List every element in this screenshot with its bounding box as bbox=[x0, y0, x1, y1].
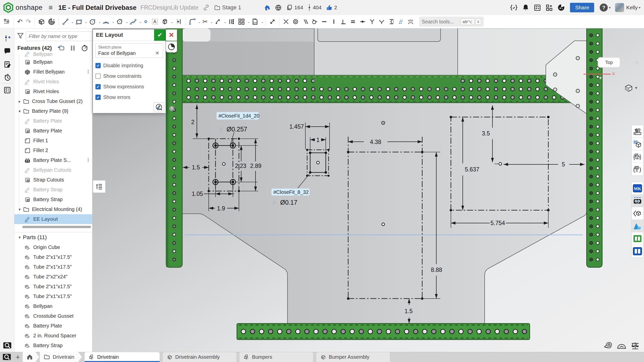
feature-row[interactable]: Fillet 1 bbox=[14, 136, 92, 146]
feature-menu-dots-icon[interactable]: ⁞ bbox=[87, 69, 89, 75]
dialog-help-icon[interactable]: ? bbox=[169, 106, 174, 111]
tab-bumper-assembly[interactable]: Bumper Assembly bbox=[316, 352, 390, 362]
versions-dots-icon[interactable] bbox=[308, 4, 311, 11]
insert-version-icon[interactable] bbox=[3, 34, 12, 43]
managed-variable-sigma-icon[interactable] bbox=[387, 16, 396, 27]
part-row[interactable]: Tube 2"x1"x17.5" bbox=[14, 292, 92, 301]
help-caret-icon[interactable]: ▾ bbox=[609, 6, 611, 10]
search-tools-input[interactable] bbox=[422, 19, 459, 25]
tab-search-icon[interactable] bbox=[2, 353, 12, 361]
home-tab[interactable] bbox=[23, 352, 39, 362]
dialog-confirm-button[interactable]: ✔ bbox=[154, 29, 166, 41]
part-row[interactable]: Battery Strap bbox=[14, 341, 92, 350]
robot-extension-icon[interactable] bbox=[632, 195, 643, 207]
help-button[interactable]: ? bbox=[600, 4, 608, 12]
top-rail-tube[interactable] bbox=[182, 75, 587, 103]
feature-folder-row[interactable]: ▾ Battery Plate (9) bbox=[14, 106, 92, 116]
use-tool-caret-icon[interactable]: ⌄ bbox=[171, 20, 173, 24]
view-rotate-up-icon[interactable]: ▲ bbox=[606, 36, 612, 42]
part-row[interactable]: Bellypan bbox=[14, 301, 92, 311]
breadcrumb-folder-tab[interactable]: Drivetrain bbox=[40, 352, 82, 362]
rectangle-tool-caret-icon[interactable]: ⌄ bbox=[85, 20, 88, 24]
linear-pattern-icon[interactable] bbox=[227, 16, 236, 27]
featurescript-code-icon[interactable] bbox=[510, 4, 518, 11]
checkbox-checked-icon[interactable]: ✔ bbox=[95, 63, 101, 68]
checkbox-row[interactable]: ✔ Show errors bbox=[95, 94, 163, 100]
search-graphics-icon[interactable] bbox=[3, 341, 12, 350]
show-hide-constraints-icon[interactable] bbox=[406, 16, 415, 27]
feature-row[interactable]: Battery Strap bbox=[14, 185, 92, 195]
mountain-extension-icon[interactable] bbox=[632, 220, 643, 232]
grid-cube-extension-icon[interactable] bbox=[632, 138, 643, 150]
transform-tool-icon[interactable] bbox=[213, 16, 223, 27]
regeneration-pie-icon[interactable] bbox=[166, 41, 177, 52]
view-cube-top[interactable]: Top bbox=[598, 57, 620, 68]
tape-measure-icon[interactable] bbox=[603, 341, 613, 351]
rollback-bar[interactable] bbox=[14, 224, 92, 230]
part-row[interactable]: Tube 2"x1"x17.5" bbox=[14, 252, 92, 262]
part-row[interactable]: Tube 2"x1"x17.5" bbox=[14, 282, 92, 292]
feature-row[interactable]: Strap Cutouts bbox=[14, 175, 92, 185]
mirror-pattern-icon[interactable] bbox=[237, 16, 246, 27]
history-icon[interactable] bbox=[3, 73, 12, 82]
dialog-cancel-button[interactable]: ✕ bbox=[166, 29, 177, 41]
part-row[interactable]: Origin Cube bbox=[14, 242, 92, 252]
feature-row[interactable]: Rivet Holes bbox=[14, 87, 92, 96]
fillet-tool-icon[interactable] bbox=[188, 16, 197, 27]
graphics-area[interactable]: 2 1.5 2.23 2.89 1.05 1.9 1 1.457 4.38 8.… bbox=[92, 28, 644, 352]
part-row[interactable]: Battery Plate bbox=[14, 321, 92, 331]
constraint-vertical-icon[interactable] bbox=[329, 16, 338, 27]
constraint-curvature-icon[interactable] bbox=[377, 16, 386, 27]
sketch-settings-icon[interactable] bbox=[2, 16, 12, 27]
feature-row[interactable]: Bellypan bbox=[14, 50, 92, 57]
checkbox-row[interactable]: Show constraints bbox=[95, 73, 163, 79]
folder-chevron-icon[interactable]: ▸ bbox=[16, 99, 23, 104]
constraint-parallel-icon[interactable] bbox=[301, 16, 310, 27]
circle-tool-icon[interactable] bbox=[88, 16, 97, 27]
feature-row[interactable]: Battery Strap bbox=[14, 195, 92, 204]
use-project-tool-icon[interactable] bbox=[160, 16, 170, 27]
part-row[interactable]: Tube 2"x2"x24" bbox=[14, 272, 92, 282]
bottom-rail-tube[interactable] bbox=[237, 323, 530, 340]
comments-icon[interactable] bbox=[3, 47, 12, 56]
tab-bumpers[interactable]: Bumpers bbox=[239, 352, 313, 362]
line-tool-icon[interactable] bbox=[61, 16, 70, 27]
parts-section-header[interactable]: ▾ Parts (11) bbox=[14, 232, 92, 242]
folder-chevron-icon[interactable]: ▾ bbox=[16, 207, 23, 212]
trim-tool-icon[interactable]: ✂ bbox=[201, 16, 209, 27]
hamburger-menu-icon[interactable]: ≡ bbox=[49, 4, 53, 12]
fillet-tool-caret-icon[interactable]: ⌄ bbox=[198, 20, 201, 24]
constraint-concentric-icon[interactable] bbox=[291, 16, 300, 27]
view-rotate-right-icon[interactable]: ▶ bbox=[635, 59, 640, 65]
green-book-extension-icon[interactable] bbox=[632, 232, 643, 245]
app-store-grid-icon[interactable] bbox=[546, 4, 553, 11]
constraint-symmetric-icon[interactable] bbox=[368, 16, 377, 27]
view-rotate-down-icon[interactable]: ▼ bbox=[598, 76, 603, 81]
undo-icon[interactable]: ↶ bbox=[16, 16, 24, 27]
spline-tool-icon[interactable] bbox=[128, 16, 138, 27]
feature-row[interactable]: Battery Plate S... ⁞ bbox=[14, 155, 92, 165]
mkcad-extension-icon[interactable]: MK bbox=[632, 182, 643, 195]
view-rotate-cw-icon[interactable]: ⤵ bbox=[619, 38, 623, 46]
clear-selection-icon[interactable]: ✕ bbox=[154, 50, 160, 56]
public-globe-icon[interactable] bbox=[275, 4, 282, 11]
view-settings-caret-icon[interactable]: ▼ bbox=[634, 86, 638, 90]
circle-tool-caret-icon[interactable]: ⌄ bbox=[98, 20, 101, 24]
import-dxf-icon[interactable]: DXF bbox=[250, 16, 260, 27]
inspect-measure-icon[interactable] bbox=[268, 16, 277, 27]
line-tool-caret-icon[interactable]: ⌄ bbox=[71, 20, 74, 24]
feature-row[interactable]: Bellypan bbox=[14, 57, 92, 67]
thumbs-up-icon[interactable] bbox=[326, 4, 333, 11]
arc-tool-caret-icon[interactable]: ⌄ bbox=[112, 20, 115, 24]
user-menu-caret-icon[interactable]: ▾ bbox=[639, 6, 640, 10]
share-button[interactable]: Share bbox=[570, 3, 594, 12]
arc-tool-icon[interactable] bbox=[101, 16, 111, 27]
follow-checklist-icon[interactable] bbox=[3, 86, 12, 94]
revolve-icon[interactable] bbox=[47, 16, 56, 27]
feature-row[interactable]: Bellypan Cutouts bbox=[14, 165, 92, 175]
blue-book-extension-icon[interactable] bbox=[632, 245, 643, 258]
checkbox-checked-icon[interactable]: ✔ bbox=[95, 95, 101, 100]
feature-row[interactable]: Battery Plate bbox=[14, 116, 92, 126]
integrations-gear-icon[interactable] bbox=[557, 4, 565, 11]
export-cube-extension-icon[interactable] bbox=[632, 207, 643, 220]
